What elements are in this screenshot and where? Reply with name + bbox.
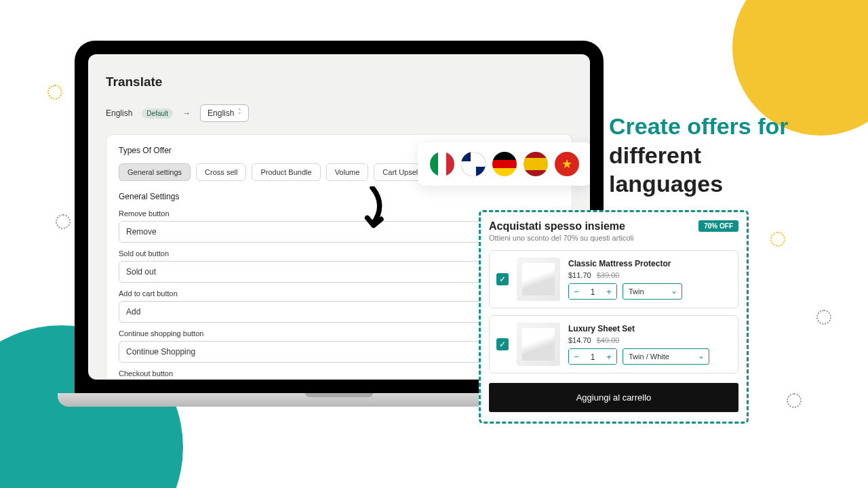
chevron-updown-icon: ˄˅ (238, 109, 241, 117)
add-to-cart-button[interactable]: Aggiungi al carrello (489, 383, 738, 412)
qty-minus-button[interactable]: − (569, 284, 584, 299)
quantity-stepper: − 1 + (568, 348, 617, 365)
product-checkbox[interactable]: ✓ (496, 338, 509, 350)
headline-line3: languages (609, 171, 723, 197)
tab-general-settings[interactable]: General settings (119, 163, 191, 181)
product-thumbnail (517, 258, 560, 301)
quantity-stepper: − 1 + (568, 283, 617, 300)
offer-widget: Acquistati spesso insieme 70% OFF Ottien… (479, 210, 749, 424)
product-compare-price: $49.00 (597, 336, 620, 344)
tab-volume[interactable]: Volume (326, 163, 369, 181)
tab-cross-sell[interactable]: Cross sell (196, 163, 246, 181)
flag-italy-icon (430, 152, 454, 176)
flag-vietnam-icon: ★ (555, 152, 579, 176)
qty-value: 1 (584, 349, 601, 364)
source-language: English (106, 108, 132, 118)
variant-select[interactable]: Twin (623, 283, 682, 300)
product-row: ✓ Classic Mattress Protector $11.70 $39.… (489, 250, 738, 308)
default-badge: Default (142, 108, 173, 119)
widget-subtitle: Ottieni uno sconto del 70% su questi art… (489, 234, 738, 242)
product-price: $11.70 (568, 271, 591, 279)
widget-title: Acquistati spesso insieme (489, 220, 625, 232)
discount-badge: 70% OFF (698, 220, 738, 232)
tab-product-bundle[interactable]: Product Bundle (252, 163, 320, 181)
qty-plus-button[interactable]: + (601, 349, 616, 364)
headline-line1: Create offers for (609, 113, 789, 139)
product-thumbnail (517, 323, 560, 366)
flag-germany-icon (492, 152, 517, 176)
qty-minus-button[interactable]: − (569, 349, 584, 364)
qty-plus-button[interactable]: + (601, 284, 616, 299)
product-row: ✓ Luxury Sheet Set $14.70 $49.00 − 1 + T… (489, 315, 738, 373)
product-price: $14.70 (568, 336, 591, 344)
decor-dotted-circle (816, 310, 831, 325)
target-language-value: English (208, 108, 234, 118)
general-settings-heading: General Settings (119, 192, 559, 201)
page-title: Translate (106, 75, 572, 89)
arrow-right-icon: → (182, 108, 191, 118)
decor-dotted-circle (787, 393, 802, 408)
flags-card: ★ (418, 142, 590, 186)
product-name: Classic Mattress Protector (568, 259, 731, 268)
curved-arrow-icon (359, 186, 385, 230)
flag-spain-icon (524, 152, 548, 176)
language-row: English Default → English ˄˅ (106, 104, 572, 122)
headline-line2: different (609, 142, 701, 168)
headline: Create offers for different languages (609, 112, 789, 199)
qty-value: 1 (584, 284, 601, 299)
product-name: Luxury Sheet Set (568, 324, 731, 333)
variant-select[interactable]: Twin / White (623, 348, 709, 365)
target-language-select[interactable]: English ˄˅ (200, 104, 249, 122)
decor-dotted-circle (56, 214, 71, 229)
decor-dotted-circle (47, 85, 62, 100)
flag-uk-icon (461, 152, 486, 176)
decor-dotted-circle (770, 232, 785, 247)
product-checkbox[interactable]: ✓ (496, 273, 509, 285)
product-compare-price: $39.00 (597, 271, 620, 279)
